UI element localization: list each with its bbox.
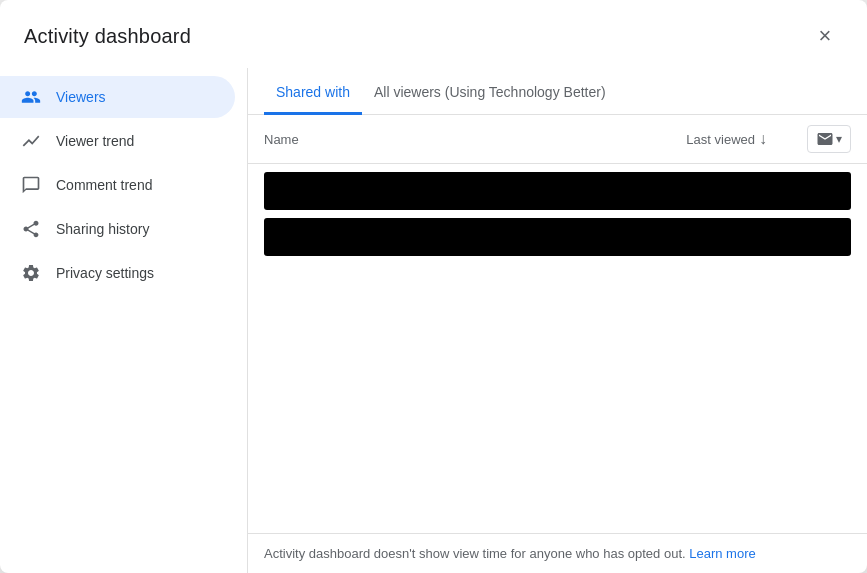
email-icon — [816, 130, 834, 148]
sidebar-label-privacy-settings: Privacy settings — [56, 265, 154, 281]
col-actions-header: ▾ — [807, 125, 851, 153]
dialog-header: Activity dashboard × — [0, 0, 867, 68]
learn-more-link[interactable]: Learn more — [689, 546, 755, 561]
sidebar-item-viewer-trend[interactable]: Viewer trend — [0, 120, 235, 162]
footer-text: Activity dashboard doesn't show view tim… — [264, 546, 686, 561]
dialog-body: Viewers Viewer trend Comment trend — [0, 68, 867, 573]
dialog-title: Activity dashboard — [24, 25, 191, 48]
activity-dashboard-dialog: Activity dashboard × Viewers — [0, 0, 867, 573]
table-header: Name Last viewed ↓ ▾ — [248, 115, 867, 164]
table-row — [264, 172, 851, 210]
dialog-footer: Activity dashboard doesn't show view tim… — [248, 533, 867, 573]
sidebar-label-viewer-trend: Viewer trend — [56, 133, 134, 149]
people-icon — [20, 86, 42, 108]
sidebar: Viewers Viewer trend Comment trend — [0, 68, 248, 573]
settings-icon — [20, 262, 42, 284]
tab-all-viewers[interactable]: All viewers (Using Technology Better) — [362, 68, 618, 115]
tabs-bar: Shared with All viewers (Using Technolog… — [248, 68, 867, 115]
col-lastviewed-header: Last viewed ↓ — [686, 130, 767, 148]
share-icon — [20, 218, 42, 240]
sidebar-label-comment-trend: Comment trend — [56, 177, 152, 193]
email-filter-button[interactable]: ▾ — [807, 125, 851, 153]
sidebar-item-sharing-history[interactable]: Sharing history — [0, 208, 235, 250]
trend-icon — [20, 130, 42, 152]
main-panel: Shared with All viewers (Using Technolog… — [248, 68, 867, 573]
sidebar-item-viewers[interactable]: Viewers — [0, 76, 235, 118]
sidebar-item-comment-trend[interactable]: Comment trend — [0, 164, 235, 206]
col-name-header: Name — [264, 132, 686, 147]
sidebar-label-viewers: Viewers — [56, 89, 106, 105]
table-row — [264, 218, 851, 256]
sidebar-label-sharing-history: Sharing history — [56, 221, 149, 237]
close-button[interactable]: × — [807, 18, 843, 54]
sort-desc-icon[interactable]: ↓ — [759, 130, 767, 148]
dropdown-arrow-icon: ▾ — [836, 132, 842, 146]
comment-icon — [20, 174, 42, 196]
tab-shared-with[interactable]: Shared with — [264, 68, 362, 115]
table-body — [248, 164, 867, 533]
sidebar-item-privacy-settings[interactable]: Privacy settings — [0, 252, 235, 294]
